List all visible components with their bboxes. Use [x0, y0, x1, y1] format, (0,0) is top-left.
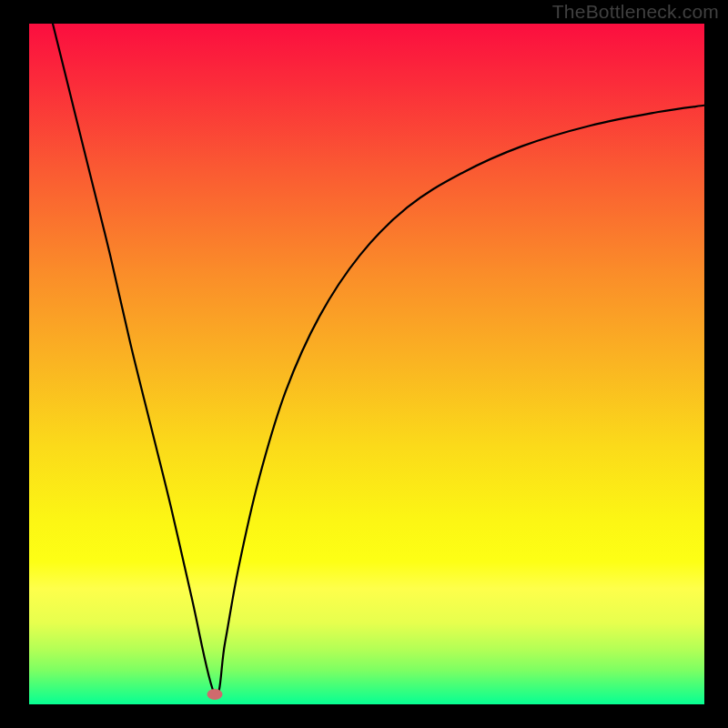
bottleneck-curve: [29, 24, 704, 704]
plot-area: [29, 24, 704, 704]
chart-frame: TheBottleneck.com: [0, 0, 728, 728]
optimal-point-marker: [207, 689, 223, 700]
attribution-text: TheBottleneck.com: [552, 1, 719, 23]
